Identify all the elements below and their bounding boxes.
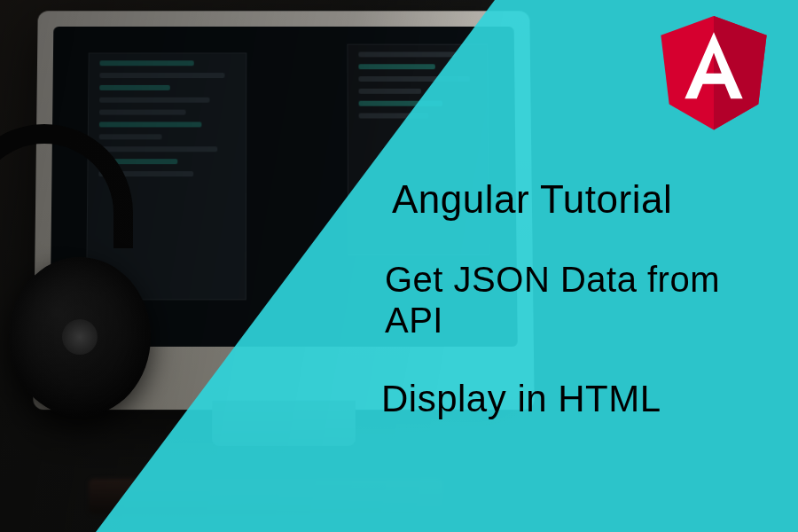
text-content: Angular Tutorial Get JSON Data from API … <box>381 177 763 420</box>
title-heading: Angular Tutorial <box>392 177 763 222</box>
subtitle-line-1: Get JSON Data from API <box>385 259 763 340</box>
subtitle-line-2: Display in HTML <box>381 378 763 420</box>
thumbnail-canvas: Angular Tutorial Get JSON Data from API … <box>0 0 798 532</box>
angular-logo-icon <box>656 16 771 140</box>
